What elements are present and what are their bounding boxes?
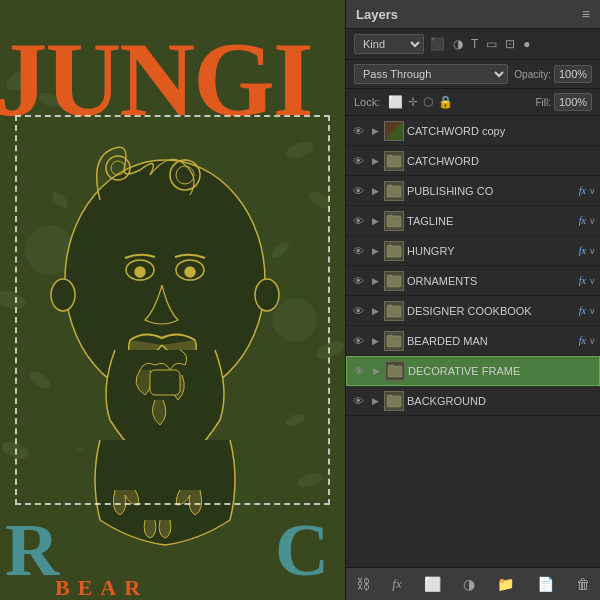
svg-text:BEAR: BEAR [55, 575, 148, 600]
lock-position-icon[interactable]: ✛ [408, 95, 418, 109]
layer-thumb-decorative-frame [385, 361, 405, 381]
layer-expand-publishing-co[interactable]: ▶ [369, 185, 381, 197]
layer-fx-arrow-bearded-man[interactable]: ∨ [589, 336, 596, 346]
link-layers-icon[interactable]: ⛓ [354, 574, 372, 594]
svg-point-30 [51, 279, 75, 311]
layer-item-tagline[interactable]: 👁▶TAGLINEfx∨ [346, 206, 600, 236]
smartobject-filter-icon[interactable]: ⊡ [503, 35, 517, 53]
app-container: JUNGI [0, 0, 600, 600]
layer-item-ornaments[interactable]: 👁▶ORNAMENTSfx∨ [346, 266, 600, 296]
lock-pixels-icon[interactable]: ⬜ [388, 95, 403, 109]
opacity-input[interactable] [554, 65, 592, 83]
blend-mode-select[interactable]: Pass Through Normal Multiply Screen Over… [354, 64, 508, 84]
layer-fx-badge-designer-cookbook: fx [579, 305, 586, 316]
layer-thumb-tagline [384, 211, 404, 231]
layer-expand-catchword-copy[interactable]: ▶ [369, 125, 381, 137]
panel-title: Layers [356, 7, 398, 22]
layer-expand-catchword[interactable]: ▶ [369, 155, 381, 167]
lock-label: Lock: [354, 96, 380, 108]
layer-name-ornaments: ORNAMENTS [407, 275, 574, 287]
shape-filter-icon[interactable]: ▭ [484, 35, 499, 53]
pixel-filter-icon[interactable]: ⬛ [428, 35, 447, 53]
fill-label: Fill: [535, 97, 551, 108]
layer-thumb-catchword-copy [384, 121, 404, 141]
layer-fx-badge-tagline: fx [579, 215, 586, 226]
layer-thumb-hungry [384, 241, 404, 261]
layer-name-publishing-co: PUBLISHING CO [407, 185, 574, 197]
layer-visibility-hungry[interactable]: 👁 [350, 243, 366, 259]
layer-item-hungry[interactable]: 👁▶HUNGRYfx∨ [346, 236, 600, 266]
layer-expand-decorative-frame[interactable]: ▶ [370, 365, 382, 377]
layer-thumb-background [384, 391, 404, 411]
blend-opacity-row: Pass Through Normal Multiply Screen Over… [346, 60, 600, 89]
opacity-label: Opacity: [514, 69, 551, 80]
layer-name-background: BACKGROUND [407, 395, 596, 407]
panels-area: Layers ≡ Kind ⬛ ◑ T ▭ ⊡ ● Pass Through N… [345, 0, 600, 600]
layer-fx-badge-publishing-co: fx [579, 185, 586, 196]
lock-artboard-icon[interactable]: ⬡ [423, 95, 433, 109]
layer-fx-arrow-tagline[interactable]: ∨ [589, 216, 596, 226]
canvas-area: JUNGI [0, 0, 345, 600]
canvas-background: JUNGI [0, 0, 345, 600]
adjustment-layer-icon[interactable]: ◑ [461, 574, 477, 594]
layer-visibility-designer-cookbook[interactable]: 👁 [350, 303, 366, 319]
layer-item-catchword-copy[interactable]: 👁▶CATCHWORD copy [346, 116, 600, 146]
layer-visibility-background[interactable]: 👁 [350, 393, 366, 409]
layer-visibility-ornaments[interactable]: 👁 [350, 273, 366, 289]
layer-fx-arrow-publishing-co[interactable]: ∨ [589, 186, 596, 196]
layer-visibility-decorative-frame[interactable]: 👁 [351, 363, 367, 379]
layer-expand-designer-cookbook[interactable]: ▶ [369, 305, 381, 317]
svg-text:C: C [275, 508, 329, 591]
lock-icons-group: ⬜ ✛ ⬡ 🔒 [388, 95, 527, 109]
layer-visibility-bearded-man[interactable]: 👁 [350, 333, 366, 349]
bottom-toolbar: ⛓ fx ⬜ ◑ 📁 📄 🗑 [346, 567, 600, 600]
add-mask-icon[interactable]: ⬜ [422, 574, 443, 594]
layer-visibility-catchword[interactable]: 👁 [350, 153, 366, 169]
layer-fx-arrow-hungry[interactable]: ∨ [589, 246, 596, 256]
layer-visibility-tagline[interactable]: 👁 [350, 213, 366, 229]
fx-icon[interactable]: fx [390, 574, 403, 594]
layer-thumb-catchword [384, 151, 404, 171]
new-layer-icon[interactable]: 📄 [535, 574, 556, 594]
layers-list[interactable]: 👁▶CATCHWORD copy👁▶CATCHWORD👁▶PUBLISHING … [346, 116, 600, 567]
type-filter-icon[interactable]: T [469, 35, 480, 53]
layers-panel: Layers ≡ Kind ⬛ ◑ T ▭ ⊡ ● Pass Through N… [346, 0, 600, 600]
kind-select[interactable]: Kind [354, 34, 424, 54]
layer-item-publishing-co[interactable]: 👁▶PUBLISHING COfx∨ [346, 176, 600, 206]
panel-header: Layers ≡ [346, 0, 600, 29]
layer-item-bearded-man[interactable]: 👁▶BEARDED MANfx∨ [346, 326, 600, 356]
fill-input[interactable] [554, 93, 592, 111]
layer-thumb-designer-cookbook [384, 301, 404, 321]
layer-expand-bearded-man[interactable]: ▶ [369, 335, 381, 347]
layer-visibility-publishing-co[interactable]: 👁 [350, 183, 366, 199]
svg-point-27 [135, 267, 145, 277]
opacity-group: Opacity: [514, 65, 592, 83]
layer-thumb-publishing-co [384, 181, 404, 201]
layer-item-decorative-frame[interactable]: 👁▶DECORATIVE FRAME [346, 356, 600, 386]
layer-visibility-catchword-copy[interactable]: 👁 [350, 123, 366, 139]
layer-name-designer-cookbook: DESIGNER COOKBOOK [407, 305, 574, 317]
kind-toolbar-row: Kind ⬛ ◑ T ▭ ⊡ ● [346, 29, 600, 60]
layer-fx-badge-hungry: fx [579, 245, 586, 256]
fill-group: Fill: [535, 93, 592, 111]
new-group-icon[interactable]: 📁 [495, 574, 516, 594]
more-filter-icon[interactable]: ● [521, 35, 532, 53]
adjustment-filter-icon[interactable]: ◑ [451, 35, 465, 53]
layer-item-designer-cookbook[interactable]: 👁▶DESIGNER COOKBOOKfx∨ [346, 296, 600, 326]
layer-expand-ornaments[interactable]: ▶ [369, 275, 381, 287]
svg-rect-29 [150, 370, 180, 395]
lock-all-icon[interactable]: 🔒 [438, 95, 453, 109]
delete-layer-icon[interactable]: 🗑 [574, 574, 592, 594]
layer-thumb-bearded-man [384, 331, 404, 351]
layer-fx-badge-ornaments: fx [579, 275, 586, 286]
panel-menu-icon[interactable]: ≡ [582, 6, 590, 22]
layer-name-hungry: HUNGRY [407, 245, 574, 257]
layer-item-background[interactable]: 👁▶BACKGROUND [346, 386, 600, 416]
layer-name-catchword: CATCHWORD [407, 155, 596, 167]
layer-fx-arrow-designer-cookbook[interactable]: ∨ [589, 306, 596, 316]
layer-expand-tagline[interactable]: ▶ [369, 215, 381, 227]
layer-fx-arrow-ornaments[interactable]: ∨ [589, 276, 596, 286]
layer-item-catchword[interactable]: 👁▶CATCHWORD [346, 146, 600, 176]
layer-expand-hungry[interactable]: ▶ [369, 245, 381, 257]
layer-expand-background[interactable]: ▶ [369, 395, 381, 407]
